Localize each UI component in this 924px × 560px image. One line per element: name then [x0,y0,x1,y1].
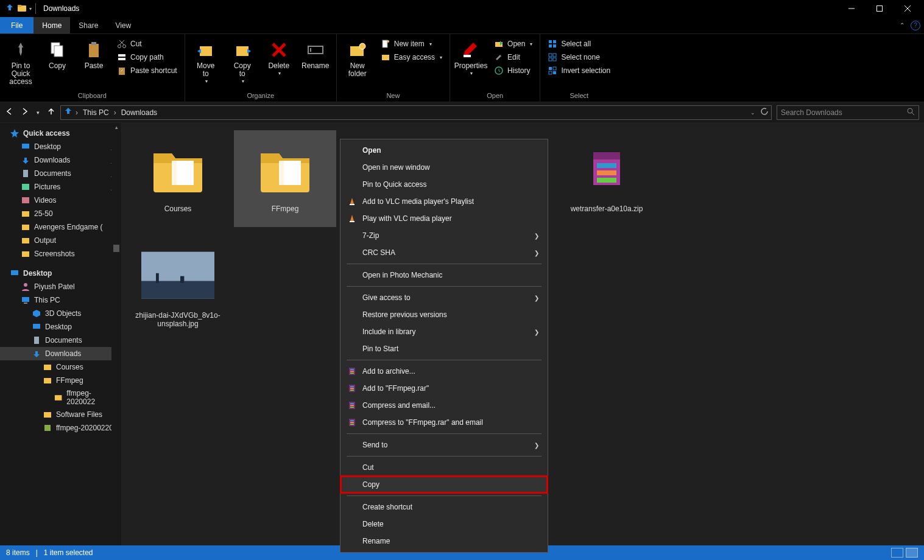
context-menu-item[interactable]: Add to archive... [340,363,548,380]
context-menu-item[interactable]: Open in new window [340,159,548,176]
maximize-button[interactable] [866,0,894,17]
context-menu-item[interactable]: Give access to❯ [340,289,548,306]
paste-shortcut-button[interactable]: Paste shortcut [113,65,181,77]
sidebar-ffmpeg[interactable]: FFmpeg [0,374,121,387]
file-tab[interactable]: File [0,17,34,33]
sidebar-quick-access[interactable]: Quick access [0,127,121,140]
history-button[interactable]: History [490,65,536,77]
context-menu-item[interactable]: Cut [340,459,548,476]
context-menu-item[interactable]: Send to❯ [340,436,548,453]
sidebar-documents2[interactable]: Documents [0,334,121,347]
copy-button[interactable]: Copy [40,37,74,72]
sidebar-courses[interactable]: Courses [0,360,121,374]
context-menu-item[interactable]: Include in library❯ [340,323,548,340]
properties-button[interactable]: Properties▾ [454,37,488,79]
sidebar-downloads2[interactable]: Downloads [0,347,121,360]
breadcrumb-downloads[interactable]: Downloads [119,108,160,117]
chevron-right-icon[interactable]: › [114,108,116,117]
scroll-up-icon[interactable]: ▴ [111,124,121,130]
sidebar-desktop-root[interactable]: Desktop [0,267,121,280]
context-menu-item[interactable]: Pin to Quick access [340,176,548,193]
invert-selection-button[interactable]: Invert selection [544,65,614,77]
cut-button[interactable]: Cut [113,38,181,50]
svg-rect-67 [284,161,301,185]
back-button[interactable] [5,107,13,117]
new-item-button[interactable]: New item▾ [377,38,446,50]
details-view-button[interactable] [891,548,903,558]
sidebar-this-pc[interactable]: This PC [0,293,121,307]
recent-locations-button[interactable]: ▾ [37,110,40,116]
chevron-right-icon[interactable]: › [76,108,78,117]
delete-button[interactable]: Delete▾ [262,37,296,79]
sidebar-user[interactable]: Piyush Patel [0,280,121,293]
view-tab[interactable]: View [107,17,139,33]
sidebar-pictures[interactable]: Pictures📌 [0,180,121,194]
svg-rect-92 [350,405,354,406]
thumbnails-view-button[interactable] [906,548,918,558]
software-label: Software Files [56,410,102,419]
file-item[interactable]: FFmpeg [234,130,336,227]
sidebar-3d-objects[interactable]: 3D Objects [0,307,121,320]
sidebar-software[interactable]: Software Files [0,408,121,421]
sidebar-ffmpeg-cut[interactable]: ffmpeg-20200220 [0,421,121,435]
context-menu-item[interactable]: Compress to "FFmpeg.rar" and email [340,414,548,431]
context-menu-item[interactable]: Open [340,142,548,159]
new-folder-button[interactable]: New folder [340,37,375,80]
close-button[interactable] [894,0,922,17]
sidebar-videos[interactable]: Videos [0,194,121,207]
sidebar-documents[interactable]: Documents📌 [0,167,121,180]
file-item[interactable]: Courses [127,130,229,227]
edit-button[interactable]: Edit [490,51,536,63]
context-menu-item[interactable]: Copy [340,476,548,493]
help-icon[interactable]: ? [911,21,920,30]
context-menu-item[interactable]: Open in Photo Mechanic [340,267,548,284]
context-menu-item[interactable]: Restore previous versions [340,306,548,323]
context-menu-item[interactable]: Rename [340,533,548,550]
paste-button[interactable]: Paste [77,37,111,72]
share-tab[interactable]: Share [70,17,107,33]
easy-access-button[interactable]: Easy access▾ [377,51,446,63]
sidebar-desktop[interactable]: Desktop📌 [0,140,121,153]
address-dropdown-icon[interactable]: ⌄ [750,110,755,116]
context-menu-item[interactable]: Play with VLC media player [340,210,548,227]
folder-icon [21,209,30,219]
pin-to-quick-access-button[interactable]: Pin to Quick access [4,37,38,89]
context-menu-item[interactable]: Add to VLC media player's Playlist [340,193,548,210]
sidebar-desktop3[interactable]: Desktop [0,320,121,334]
breadcrumb-this-pc[interactable]: This PC [80,108,111,117]
context-menu-item[interactable]: Create shortcut [340,499,548,516]
home-tab[interactable]: Home [34,17,70,33]
sidebar-scrollbar[interactable]: ▴ [111,123,121,545]
sidebar-downloads[interactable]: Downloads📌 [0,153,121,167]
rename-button[interactable]: Rename [298,37,333,72]
context-menu-item[interactable]: Add to "FFmpeg.rar" [340,380,548,397]
file-item[interactable]: zhijian-dai-JXdVGb_8v1o-unsplash.jpg [127,237,229,334]
collapse-ribbon-icon[interactable]: ⌃ [900,22,905,29]
refresh-button[interactable] [760,107,769,117]
context-menu-item[interactable]: 7-Zip❯ [340,227,548,244]
context-menu-item[interactable]: CRC SHA❯ [340,244,548,261]
file-item[interactable]: wetransfer-a0e10a.zip [555,130,658,227]
copy-to-button[interactable]: Copy to▾ [225,37,259,87]
qat-chevron-icon[interactable]: ▾ [29,6,32,12]
select-none-button[interactable]: Select none [544,51,614,63]
open-button[interactable]: Open▾ [490,38,536,50]
sidebar-avengers[interactable]: Avengers Endgame ( [0,220,121,234]
forward-button[interactable] [21,107,29,117]
search-input[interactable]: Search Downloads [777,105,919,120]
minimize-button[interactable] [838,0,866,17]
sidebar-25-50[interactable]: 25-50 [0,207,121,220]
sidebar-ffmpeg-date[interactable]: ffmpeg-2020022 [0,387,121,408]
qat-folder-icon[interactable] [17,3,27,15]
breadcrumb[interactable]: › This PC › Downloads ⌄ [60,105,772,120]
up-button[interactable] [47,107,55,117]
sidebar-output[interactable]: Output [0,234,121,247]
scroll-thumb[interactable] [113,245,119,252]
copy-path-button[interactable]: Copy path [113,51,181,63]
select-all-button[interactable]: Select all [544,38,614,50]
context-menu-item[interactable]: Pin to Start [340,340,548,357]
context-menu-item[interactable]: Compress and email... [340,397,548,414]
move-to-button[interactable]: Move to▾ [189,37,223,87]
context-menu-item[interactable]: Delete [340,516,548,533]
sidebar-screenshots[interactable]: Screenshots [0,247,121,261]
